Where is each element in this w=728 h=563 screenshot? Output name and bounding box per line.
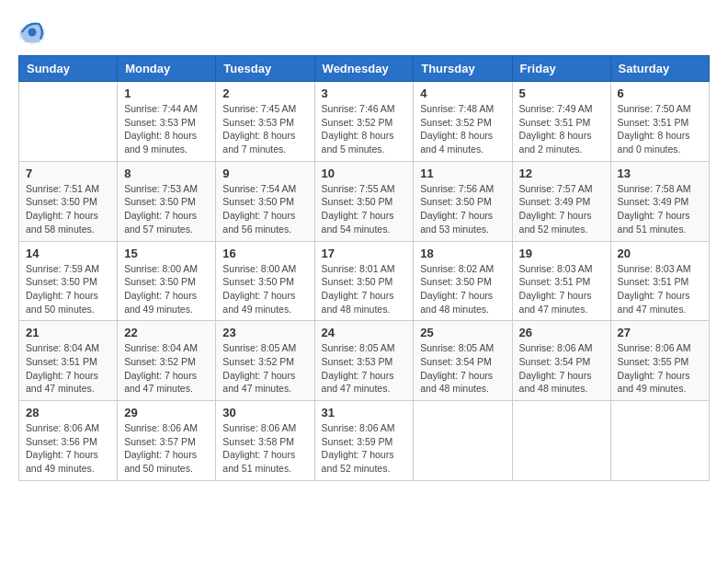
day-number: 4	[420, 86, 505, 100]
calendar-cell: 13Sunrise: 7:58 AMSunset: 3:49 PMDayligh…	[610, 161, 709, 241]
day-number: 1	[124, 86, 209, 100]
calendar-cell: 28Sunrise: 8:06 AMSunset: 3:56 PMDayligh…	[19, 401, 118, 481]
svg-point-3	[28, 29, 37, 37]
calendar-cell	[19, 82, 118, 162]
calendar-cell: 11Sunrise: 7:56 AMSunset: 3:50 PMDayligh…	[414, 161, 512, 241]
day-info: Sunrise: 8:06 AMSunset: 3:54 PMDaylight:…	[519, 341, 604, 396]
day-number: 12	[519, 167, 604, 180]
day-info: Sunrise: 7:44 AMSunset: 3:53 PMDaylight:…	[124, 102, 209, 156]
calendar-cell: 16Sunrise: 8:00 AMSunset: 3:50 PMDayligh…	[216, 241, 314, 321]
generalblue-logo-icon	[18, 18, 46, 46]
calendar-cell: 7Sunrise: 7:51 AMSunset: 3:50 PMDaylight…	[19, 161, 118, 241]
day-number: 5	[519, 86, 604, 100]
calendar-cell: 10Sunrise: 7:55 AMSunset: 3:50 PMDayligh…	[314, 161, 414, 241]
calendar-cell: 17Sunrise: 8:01 AMSunset: 3:50 PMDayligh…	[314, 241, 414, 321]
calendar-cell: 22Sunrise: 8:04 AMSunset: 3:52 PMDayligh…	[118, 321, 216, 401]
calendar-cell: 26Sunrise: 8:06 AMSunset: 3:54 PMDayligh…	[512, 321, 610, 401]
weekday-header-row: SundayMondayTuesdayWednesdayThursdayFrid…	[19, 56, 710, 82]
calendar-cell: 14Sunrise: 7:59 AMSunset: 3:50 PMDayligh…	[19, 241, 118, 321]
day-info: Sunrise: 7:45 AMSunset: 3:53 PMDaylight:…	[222, 102, 307, 156]
day-number: 2	[222, 86, 307, 100]
calendar-cell: 31Sunrise: 8:06 AMSunset: 3:59 PMDayligh…	[314, 401, 414, 481]
day-info: Sunrise: 8:03 AMSunset: 3:51 PMDaylight:…	[618, 262, 702, 316]
day-number: 8	[124, 167, 209, 180]
calendar-cell: 27Sunrise: 8:06 AMSunset: 3:55 PMDayligh…	[610, 321, 709, 401]
day-info: Sunrise: 8:00 AMSunset: 3:50 PMDaylight:…	[222, 262, 307, 316]
day-info: Sunrise: 8:06 AMSunset: 3:58 PMDaylight:…	[222, 421, 307, 476]
calendar-week-1: 1Sunrise: 7:44 AMSunset: 3:53 PMDaylight…	[19, 82, 710, 162]
calendar-cell: 5Sunrise: 7:49 AMSunset: 3:51 PMDaylight…	[512, 82, 610, 162]
day-info: Sunrise: 7:55 AMSunset: 3:50 PMDaylight:…	[322, 182, 407, 236]
day-number: 28	[26, 406, 110, 419]
day-info: Sunrise: 8:02 AMSunset: 3:50 PMDaylight:…	[420, 262, 505, 316]
calendar-cell: 2Sunrise: 7:45 AMSunset: 3:53 PMDaylight…	[216, 82, 314, 162]
day-info: Sunrise: 8:06 AMSunset: 3:55 PMDaylight:…	[618, 341, 702, 396]
day-info: Sunrise: 7:50 AMSunset: 3:51 PMDaylight:…	[618, 102, 702, 156]
day-number: 19	[519, 247, 604, 260]
day-info: Sunrise: 8:06 AMSunset: 3:59 PMDaylight:…	[322, 421, 407, 476]
day-info: Sunrise: 8:01 AMSunset: 3:50 PMDaylight:…	[322, 262, 407, 316]
day-number: 24	[322, 326, 407, 339]
calendar-cell: 12Sunrise: 7:57 AMSunset: 3:49 PMDayligh…	[512, 161, 610, 241]
calendar-cell: 15Sunrise: 8:00 AMSunset: 3:50 PMDayligh…	[118, 241, 216, 321]
calendar-week-3: 14Sunrise: 7:59 AMSunset: 3:50 PMDayligh…	[19, 241, 710, 321]
day-number: 31	[322, 406, 407, 419]
weekday-header-saturday: Saturday	[610, 56, 709, 82]
day-number: 27	[618, 326, 702, 339]
weekday-header-monday: Monday	[118, 56, 216, 82]
logo	[18, 18, 48, 46]
day-number: 10	[322, 167, 407, 180]
day-number: 7	[26, 167, 110, 180]
day-info: Sunrise: 7:51 AMSunset: 3:50 PMDaylight:…	[26, 182, 110, 236]
weekday-header-sunday: Sunday	[19, 56, 118, 82]
weekday-header-thursday: Thursday	[414, 56, 512, 82]
calendar-week-2: 7Sunrise: 7:51 AMSunset: 3:50 PMDaylight…	[19, 161, 710, 241]
calendar-cell: 24Sunrise: 8:05 AMSunset: 3:53 PMDayligh…	[314, 321, 414, 401]
day-info: Sunrise: 7:56 AMSunset: 3:50 PMDaylight:…	[420, 182, 505, 236]
day-number: 3	[322, 86, 407, 100]
day-info: Sunrise: 8:05 AMSunset: 3:52 PMDaylight:…	[222, 341, 307, 396]
day-number: 29	[124, 406, 209, 419]
day-number: 25	[420, 326, 505, 339]
day-info: Sunrise: 7:57 AMSunset: 3:49 PMDaylight:…	[519, 182, 604, 236]
calendar-cell: 1Sunrise: 7:44 AMSunset: 3:53 PMDaylight…	[118, 82, 216, 162]
day-number: 14	[26, 247, 110, 260]
calendar-cell: 9Sunrise: 7:54 AMSunset: 3:50 PMDaylight…	[216, 161, 314, 241]
calendar-cell	[414, 401, 512, 481]
calendar-cell: 4Sunrise: 7:48 AMSunset: 3:52 PMDaylight…	[414, 82, 512, 162]
calendar-cell: 20Sunrise: 8:03 AMSunset: 3:51 PMDayligh…	[610, 241, 709, 321]
day-info: Sunrise: 7:54 AMSunset: 3:50 PMDaylight:…	[222, 182, 307, 236]
day-number: 18	[420, 247, 505, 260]
calendar-cell	[610, 401, 709, 481]
calendar-cell: 18Sunrise: 8:02 AMSunset: 3:50 PMDayligh…	[414, 241, 512, 321]
day-number: 15	[124, 247, 209, 260]
day-number: 6	[618, 86, 702, 100]
day-info: Sunrise: 8:04 AMSunset: 3:52 PMDaylight:…	[124, 341, 209, 396]
day-info: Sunrise: 8:05 AMSunset: 3:54 PMDaylight:…	[420, 341, 505, 396]
day-number: 22	[124, 326, 209, 339]
weekday-header-tuesday: Tuesday	[216, 56, 314, 82]
calendar-cell: 8Sunrise: 7:53 AMSunset: 3:50 PMDaylight…	[118, 161, 216, 241]
day-number: 30	[222, 406, 307, 419]
day-info: Sunrise: 8:06 AMSunset: 3:57 PMDaylight:…	[124, 421, 209, 476]
day-number: 17	[322, 247, 407, 260]
day-info: Sunrise: 7:48 AMSunset: 3:52 PMDaylight:…	[420, 102, 505, 156]
calendar-week-5: 28Sunrise: 8:06 AMSunset: 3:56 PMDayligh…	[19, 401, 710, 481]
calendar-cell: 29Sunrise: 8:06 AMSunset: 3:57 PMDayligh…	[118, 401, 216, 481]
day-info: Sunrise: 8:00 AMSunset: 3:50 PMDaylight:…	[124, 262, 209, 316]
calendar-cell: 6Sunrise: 7:50 AMSunset: 3:51 PMDaylight…	[610, 82, 709, 162]
calendar-cell: 25Sunrise: 8:05 AMSunset: 3:54 PMDayligh…	[414, 321, 512, 401]
calendar-cell: 23Sunrise: 8:05 AMSunset: 3:52 PMDayligh…	[216, 321, 314, 401]
calendar-cell	[512, 401, 610, 481]
day-number: 13	[618, 167, 702, 180]
calendar-cell: 19Sunrise: 8:03 AMSunset: 3:51 PMDayligh…	[512, 241, 610, 321]
day-number: 26	[519, 326, 604, 339]
day-info: Sunrise: 8:05 AMSunset: 3:53 PMDaylight:…	[322, 341, 407, 396]
calendar-cell: 21Sunrise: 8:04 AMSunset: 3:51 PMDayligh…	[19, 321, 118, 401]
calendar-cell: 3Sunrise: 7:46 AMSunset: 3:52 PMDaylight…	[314, 82, 414, 162]
weekday-header-friday: Friday	[512, 56, 610, 82]
day-number: 21	[26, 326, 110, 339]
day-number: 23	[222, 326, 307, 339]
day-number: 20	[618, 247, 702, 260]
day-info: Sunrise: 8:03 AMSunset: 3:51 PMDaylight:…	[519, 262, 604, 316]
